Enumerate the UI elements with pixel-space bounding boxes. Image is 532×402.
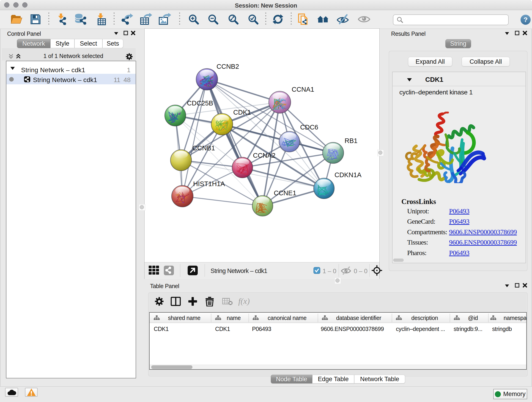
svg-text:CDK1: CDK1: [233, 109, 251, 116]
svg-text:CCNE1: CCNE1: [274, 189, 296, 197]
svg-text:CDKN1A: CDKN1A: [335, 171, 361, 179]
svg-text:RB1: RB1: [345, 137, 357, 144]
svg-text:CCNB1: CCNB1: [192, 144, 215, 152]
svg-text:CCNA2: CCNA2: [253, 152, 275, 159]
svg-text:CDC6: CDC6: [300, 123, 318, 131]
svg-text:CCNA1: CCNA1: [292, 86, 314, 93]
svg-text:HIST1H1A: HIST1H1A: [193, 180, 225, 187]
svg-text:CDC25B: CDC25B: [187, 99, 213, 107]
svg-text:CCNB2: CCNB2: [216, 63, 239, 70]
